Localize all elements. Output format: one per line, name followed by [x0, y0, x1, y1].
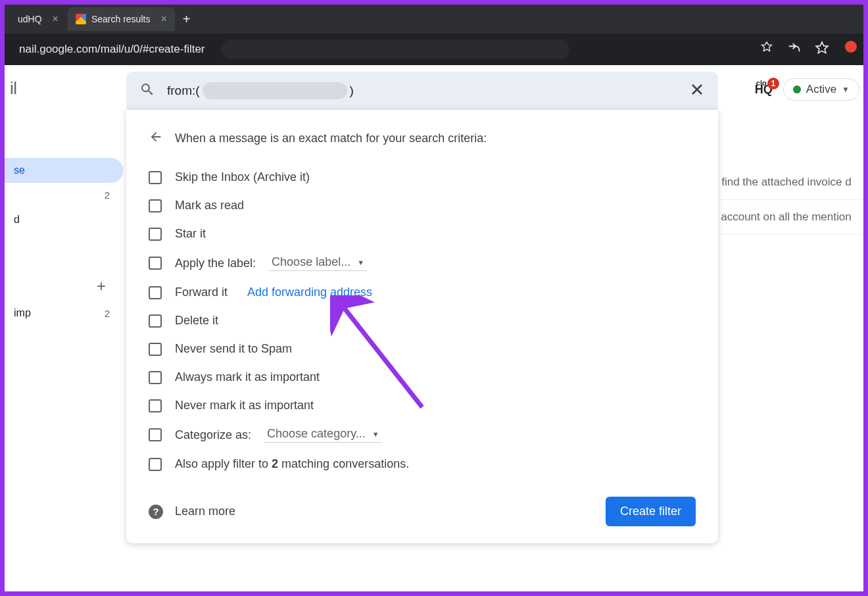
option-label: Mark as read [175, 199, 244, 212]
checkbox[interactable] [149, 458, 162, 471]
sidebar-item-label: se [14, 164, 25, 176]
search-icon[interactable] [139, 82, 155, 100]
help-icon[interactable]: ? [149, 505, 163, 519]
sidebar-item-count: 2 [105, 308, 114, 319]
filter-option-forward[interactable]: Forward it Add forwarding address [149, 278, 696, 307]
search-bar[interactable]: from:( ) [126, 72, 718, 110]
checkbox[interactable] [149, 199, 162, 212]
redacted-email [203, 82, 347, 99]
checkbox[interactable] [149, 428, 162, 441]
checkbox[interactable] [149, 171, 162, 184]
match-count: 2 [272, 457, 278, 470]
text: matching conversations. [278, 457, 409, 470]
clear-search-icon[interactable] [689, 82, 705, 100]
option-label: Categorize as: [175, 428, 251, 442]
status-dropdown[interactable]: Active ▼ [783, 78, 859, 101]
panel-title: When a message is an exact match for you… [175, 132, 487, 145]
new-tab-button[interactable]: + [176, 12, 197, 27]
profile-avatar[interactable] [845, 41, 857, 53]
filter-option-star[interactable]: Star it [149, 220, 696, 248]
sidebar-item[interactable]: d [5, 207, 123, 232]
sidebar-item[interactable]: 2 [5, 183, 123, 207]
option-label: Never mark it as important [175, 399, 314, 412]
message-snippet[interactable]: y account on all the mention [712, 200, 863, 235]
filter-option-categorize[interactable]: Categorize as: Choose category... ▼ [149, 420, 696, 450]
option-label: Delete it [175, 314, 218, 328]
learn-more-link[interactable]: Learn more [175, 505, 235, 518]
label-dropdown[interactable]: Choose label... ▼ [269, 255, 367, 271]
dropdown-value: Choose category... [267, 427, 366, 441]
option-label: Skip the Inbox (Archive it) [175, 170, 310, 184]
chevron-down-icon: ▼ [372, 430, 379, 438]
search-suffix: ) [350, 84, 354, 98]
status-label: Active [806, 83, 836, 96]
filter-option-mark-read[interactable]: Mark as read [149, 191, 696, 220]
add-label-button[interactable]: + [5, 272, 123, 301]
filter-option-never-important[interactable]: Never mark it as important [149, 391, 696, 420]
url-text[interactable]: nail.google.com/mail/u/0/#create-filter [11, 39, 213, 60]
url-redacted [221, 39, 569, 59]
sidebar-item-label: imp [14, 307, 31, 319]
gmail-sidebar: il se 2 d + imp 2 [5, 65, 123, 591]
checkbox[interactable] [149, 286, 162, 299]
back-arrow-icon[interactable] [149, 130, 163, 147]
status-indicator-icon [793, 86, 801, 93]
checkbox[interactable] [149, 228, 162, 241]
close-icon[interactable]: × [53, 13, 59, 25]
chevron-down-icon: ▼ [842, 85, 850, 94]
sidebar-item[interactable]: se [5, 158, 123, 183]
browser-address-bar: nail.google.com/mail/u/0/#create-filter [5, 34, 863, 65]
create-filter-button[interactable]: Create filter [606, 497, 696, 526]
option-label: Also apply filter to 2 matching conversa… [175, 457, 409, 471]
checkbox[interactable] [149, 343, 162, 356]
checkbox[interactable] [149, 257, 162, 270]
badge-count: 1 [767, 78, 779, 89]
filter-option-never-spam[interactable]: Never send it to Spam [149, 335, 696, 363]
checkbox[interactable] [149, 399, 162, 412]
option-label: Forward it [175, 286, 228, 299]
text: Also apply filter to [175, 457, 272, 470]
message-list-fragment: e find the attached invoice d y account … [712, 165, 863, 235]
option-label: Never send it to Spam [175, 342, 292, 356]
tab-title: Search results [91, 14, 150, 24]
option-label: Star it [175, 227, 206, 241]
filter-option-always-important[interactable]: Always mark it as important [149, 363, 696, 391]
filter-option-skip-inbox[interactable]: Skip the Inbox (Archive it) [149, 163, 696, 191]
cloudhq-extension-badge[interactable]: clo HQ 1 [755, 83, 773, 97]
tab-title: udHQ [18, 14, 42, 24]
bookmark-star-icon[interactable] [815, 41, 829, 59]
filter-option-delete[interactable]: Delete it [149, 307, 696, 335]
search-input[interactable]: from:( ) [167, 82, 677, 99]
share-icon[interactable] [787, 41, 802, 59]
close-icon[interactable]: × [160, 13, 166, 25]
category-dropdown[interactable]: Choose category... ▼ [264, 427, 382, 443]
message-snippet[interactable]: e find the attached invoice d [712, 165, 863, 200]
checkbox[interactable] [149, 371, 162, 384]
filter-option-also-apply[interactable]: Also apply filter to 2 matching conversa… [149, 450, 696, 478]
sidebar-item-label: d [14, 214, 20, 226]
gmail-logo-fragment: il [5, 78, 123, 112]
extensions-icon[interactable] [760, 41, 774, 59]
search-prefix: from:( [167, 84, 200, 98]
chevron-down-icon: ▼ [357, 259, 364, 266]
browser-tab-cloudhq[interactable]: udHQ × [10, 7, 66, 31]
add-forwarding-address-link[interactable]: Add forwarding address [247, 286, 372, 299]
filter-option-apply-label[interactable]: Apply the label: Choose label... ▼ [149, 248, 696, 278]
gmail-icon [76, 14, 86, 24]
sidebar-item[interactable]: imp 2 [5, 301, 123, 326]
browser-tab-gmail[interactable]: Search results × [68, 7, 175, 31]
badge-text: clo [756, 79, 767, 87]
dropdown-value: Choose label... [272, 255, 350, 269]
plus-icon: + [97, 277, 106, 295]
option-label: Always mark it as important [175, 370, 320, 384]
option-label: Apply the label: [175, 257, 256, 270]
create-filter-panel: When a message is an exact match for you… [126, 110, 718, 543]
checkbox[interactable] [149, 314, 162, 328]
sidebar-item-count: 2 [105, 189, 114, 201]
browser-tab-strip: udHQ × Search results × + [5, 5, 863, 34]
